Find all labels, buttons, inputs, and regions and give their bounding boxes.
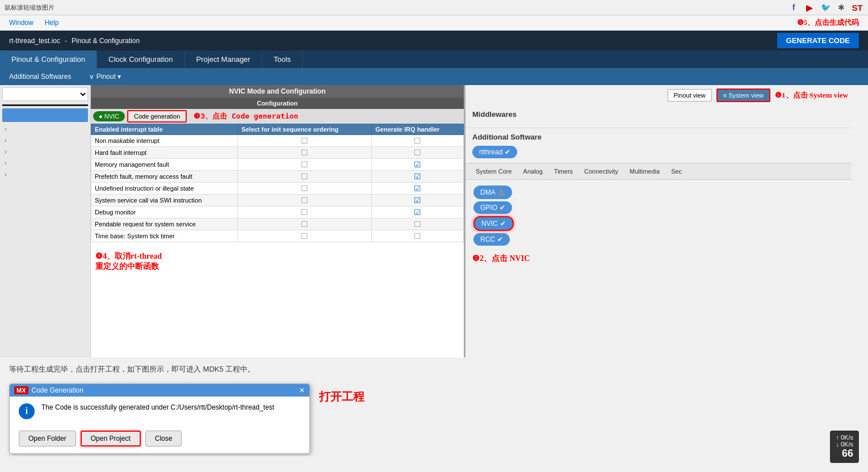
- open-folder-button[interactable]: Open Folder: [19, 431, 76, 446]
- tab-tools[interactable]: Tools: [262, 50, 303, 68]
- pinout-view-button[interactable]: Pinout view: [668, 89, 712, 102]
- open-project-button[interactable]: Open Project: [81, 431, 141, 446]
- open-project-annotation: 打开工程: [319, 389, 364, 404]
- dialog-body: i The Code is successfully generated und…: [10, 397, 309, 426]
- category-item[interactable]: System Core: [470, 166, 518, 177]
- interrupt-name: Time base: System tick timer: [91, 230, 238, 242]
- sidebar-section-5[interactable]: ›: [0, 168, 90, 180]
- check-icon: ✔: [497, 235, 503, 243]
- section-name: Pinout & Configuration: [72, 37, 140, 45]
- sidebar-dropdown[interactable]: [2, 87, 88, 101]
- category-item[interactable]: Sec: [665, 166, 687, 177]
- upload-speed: ↑ 0K/s: [836, 434, 853, 441]
- init-seq-checkbox[interactable]: ☐: [238, 195, 372, 206]
- irq-handler-checkbox[interactable]: ☐: [372, 135, 464, 147]
- sub-tab-additional-sw[interactable]: Additional Softwares: [0, 70, 80, 83]
- scroll-hint-label: 鼠标滚轮缩放图片: [5, 3, 54, 12]
- sub-tab-bar: Additional Softwares ∨ Pinout: [0, 68, 868, 85]
- irq-handler-checkbox[interactable]: ☑: [372, 159, 464, 171]
- chevron-right-icon-2: ›: [5, 137, 7, 144]
- irq-handler-checkbox[interactable]: ☐: [372, 147, 464, 159]
- separator: -: [65, 37, 67, 45]
- sidebar-section-3[interactable]: ›: [0, 146, 90, 157]
- sidebar-section-4[interactable]: ›: [0, 157, 90, 168]
- init-seq-checkbox[interactable]: ☐: [238, 206, 372, 218]
- additional-sw-title: Additional Software: [472, 133, 845, 141]
- irq-handler-checkbox[interactable]: ☑: [372, 183, 464, 195]
- additional-software-section: Additional Software rtthread ✔: [466, 128, 852, 163]
- init-seq-checkbox[interactable]: ☐: [238, 171, 372, 183]
- right-panel-top: Pinout view ≡ System view ❶1、点击 System v…: [466, 85, 852, 106]
- category-item[interactable]: Multimedia: [624, 166, 665, 177]
- init-seq-checkbox[interactable]: ☐: [238, 135, 372, 147]
- step3-annotation: ❸3、点击 Code generation: [194, 111, 298, 121]
- tab-clock[interactable]: Clock Configuration: [97, 50, 184, 68]
- irq-handler-checkbox[interactable]: ☑: [372, 171, 464, 183]
- step5-annotation: ❺5、点击生成代码: [797, 18, 859, 28]
- irq-handler-checkbox[interactable]: ☐: [372, 218, 464, 230]
- interrupt-name: Non maskable interrupt: [91, 135, 238, 147]
- chevron-right-icon-5: ›: [5, 171, 7, 178]
- chevron-right-icon-3: ›: [5, 148, 7, 155]
- init-seq-checkbox[interactable]: ☐: [238, 159, 372, 171]
- init-seq-checkbox[interactable]: ☐: [238, 147, 372, 159]
- middlewares-title: Middlewares: [472, 110, 845, 119]
- generate-code-button[interactable]: GENERATE CODE: [777, 33, 859, 48]
- config-sub-header: Configuration: [91, 98, 464, 109]
- category-item[interactable]: Analog: [518, 166, 548, 177]
- nvic-tabs: ● NVIC Code generation ❸3、点击 Code genera…: [91, 109, 464, 124]
- col-header-name: Enabled interrupt table: [91, 124, 238, 135]
- share-icon[interactable]: ✱: [835, 1, 848, 14]
- component-button-dma[interactable]: DMA ⚠: [473, 186, 512, 199]
- config-panel: NVIC Mode and Configuration Configuratio…: [91, 85, 466, 357]
- sidebar-section-2[interactable]: ›: [0, 134, 90, 146]
- component-button-rcc[interactable]: RCC ✔: [473, 233, 510, 246]
- dialog-close-icon[interactable]: ✕: [299, 386, 305, 394]
- dialog-buttons: Open Folder Open Project Close: [10, 426, 309, 453]
- init-seq-checkbox[interactable]: ☐: [238, 218, 372, 230]
- nvic-tab[interactable]: ● NVIC: [93, 111, 125, 121]
- interrupt-name: Pendable request for system service: [91, 218, 238, 230]
- check-icon: ✔: [500, 204, 505, 212]
- init-seq-checkbox[interactable]: ☐: [238, 183, 372, 195]
- irq-handler-checkbox[interactable]: ☑: [372, 195, 464, 206]
- close-dialog-button[interactable]: Close: [145, 431, 182, 446]
- category-item[interactable]: Timers: [548, 166, 578, 177]
- check-circle-icon: ✔: [505, 148, 510, 156]
- title-bar: rt-thread_test.ioc - Pinout & Configurat…: [0, 31, 868, 50]
- main-tab-bar: Pinout & Configuration Clock Configurati…: [0, 50, 868, 68]
- interrupt-name: Undefined instruction or illegal state: [91, 183, 238, 195]
- step2-annotation: ❷2、点击 NVIC: [472, 254, 530, 263]
- irq-handler-checkbox[interactable]: ☐: [372, 230, 464, 242]
- tab-pinout[interactable]: Pinout & Configuration: [0, 50, 97, 68]
- top-bar: 鼠标滚轮缩放图片 f ▶ 🐦 ✱ ST: [0, 0, 868, 15]
- interrupt-name: System service call via SWI instruction: [91, 195, 238, 206]
- youtube-icon[interactable]: ▶: [803, 1, 816, 14]
- sidebar-blue-block: [2, 108, 88, 122]
- speed-value: 66: [842, 448, 853, 456]
- table-row: Hard fault interrupt☐☐: [91, 147, 464, 159]
- code-generation-tab[interactable]: Code generation: [127, 110, 187, 123]
- system-view-button[interactable]: ≡ System view: [716, 88, 770, 102]
- table-row: Prefetch fault, memory access fault☐☑: [91, 171, 464, 183]
- init-seq-checkbox[interactable]: ☐: [238, 230, 372, 242]
- step2-annotation-area: ❷2、点击 NVIC: [466, 251, 852, 266]
- category-item[interactable]: Connectivity: [578, 166, 624, 177]
- help-menu[interactable]: Help: [45, 19, 59, 27]
- tab-project-manager[interactable]: Project Manager: [185, 50, 262, 68]
- component-button-gpio[interactable]: GPIO ✔: [473, 201, 512, 214]
- irq-handler-checkbox[interactable]: ☑: [372, 206, 464, 218]
- top-bar-right: f ▶ 🐦 ✱ ST: [787, 1, 863, 14]
- component-button-nvic[interactable]: NVIC ✔: [473, 216, 514, 231]
- info-icon: i: [19, 403, 35, 419]
- window-menu[interactable]: Window: [9, 19, 33, 27]
- table-row: System service call via SWI instruction☐…: [91, 195, 464, 206]
- sidebar-section-1[interactable]: ›: [0, 123, 90, 134]
- sub-tab-pinout[interactable]: ∨ Pinout: [80, 70, 130, 83]
- twitter-icon[interactable]: 🐦: [819, 1, 832, 14]
- facebook-icon[interactable]: f: [787, 1, 800, 14]
- rtthread-badge[interactable]: rtthread ✔: [472, 146, 517, 158]
- content-area: › › › › › NVIC Mode and Configuration Co…: [0, 85, 868, 357]
- left-sidebar: › › › › ›: [0, 85, 91, 357]
- step1-annotation: ❶1、点击 System view: [775, 90, 848, 100]
